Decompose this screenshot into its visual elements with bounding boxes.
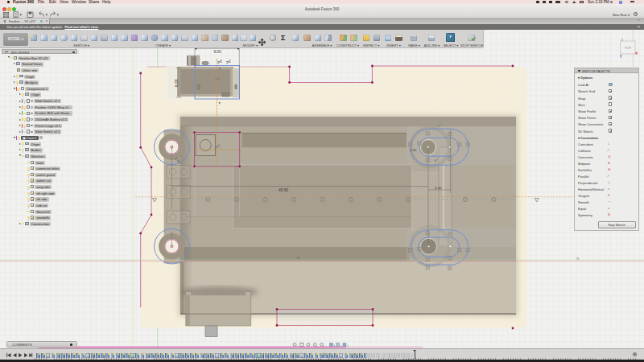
svg-text:1.50: 1.50 bbox=[411, 148, 418, 152]
svg-text:45.60: 45.60 bbox=[279, 188, 288, 192]
svg-text:4.00: 4.00 bbox=[435, 186, 442, 190]
svg-text:9.00: 9.00 bbox=[214, 50, 221, 54]
svg-text:71: 71 bbox=[576, 257, 580, 261]
svg-text:6.00: 6.00 bbox=[175, 79, 179, 87]
svg-text:TOP: TOP bbox=[625, 46, 631, 50]
svg-text:71: 71 bbox=[297, 257, 300, 260]
